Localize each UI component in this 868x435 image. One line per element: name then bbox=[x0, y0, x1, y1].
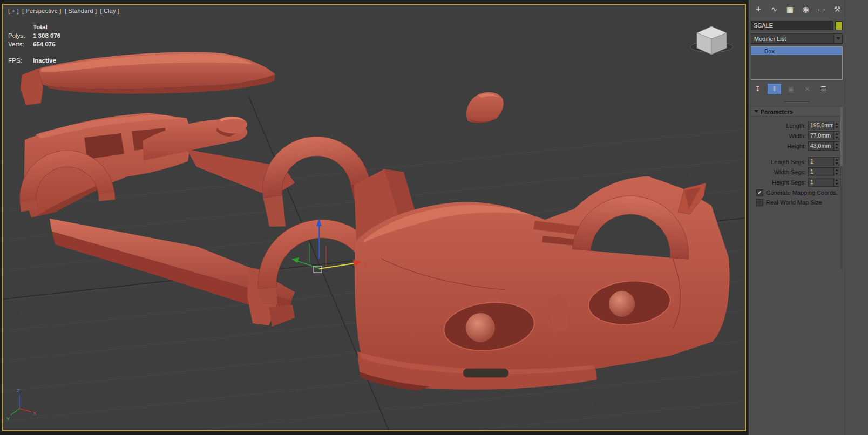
width-label: Width: bbox=[789, 133, 806, 139]
height-segs-field[interactable]: 1 bbox=[808, 178, 839, 187]
command-panel-tabs: + ∿ ▦ ◉ ▭ ⚒ bbox=[749, 0, 845, 17]
height-segs-label: Height Segs: bbox=[772, 179, 806, 186]
width-spinner[interactable] bbox=[833, 132, 839, 140]
length-label: Length: bbox=[786, 123, 806, 129]
mirror-fin-part[interactable] bbox=[466, 92, 504, 123]
utilities-tab-icon[interactable]: ⚒ bbox=[831, 3, 844, 16]
modifier-list-label: Modifier List bbox=[751, 36, 833, 42]
parameters-rollout-header[interactable]: Parameters bbox=[751, 106, 843, 117]
width-field[interactable]: 77,0mm bbox=[808, 131, 839, 140]
modifier-list-dropdown[interactable]: Modifier List bbox=[751, 33, 843, 44]
stats-polys-label: Polys: bbox=[8, 31, 33, 40]
viewport[interactable]: X Z Y X [ + ] [ bbox=[2, 4, 746, 431]
motion-tab-icon[interactable]: ◉ bbox=[799, 3, 812, 16]
parameters-rollout-body: Length: 195,0mm Width: 77,0mm Height: 43… bbox=[749, 117, 845, 208]
width-segs-spinner[interactable] bbox=[833, 168, 839, 176]
side-skirt-part[interactable] bbox=[50, 219, 295, 327]
length-segs-label: Length Segs: bbox=[771, 159, 806, 165]
height-segs-spinner[interactable] bbox=[833, 178, 839, 186]
stats-verts-value: 654 076 bbox=[33, 40, 56, 49]
dropdown-arrow-button[interactable] bbox=[833, 34, 842, 43]
rollout-collapse-icon bbox=[754, 110, 758, 113]
car-model[interactable] bbox=[15, 52, 730, 390]
viewport-menu-pov[interactable]: [ Perspective ] bbox=[22, 8, 62, 14]
command-panel: + ∿ ▦ ◉ ▭ ⚒ Modifier List Box ↧ ‖ ▣ ✕ ☰ bbox=[748, 0, 868, 435]
viewport-label: [ + ] [ Perspective ] [ Standard ] [ Cla… bbox=[8, 8, 121, 14]
statistics-overlay: Total Polys:1 308 076 Verts:654 076 FPS:… bbox=[8, 23, 60, 65]
generate-mapping-coords-checkbox[interactable]: ✔ bbox=[756, 189, 763, 196]
stats-fps-value: Inactive bbox=[33, 56, 56, 65]
configure-modifier-sets-icon[interactable]: ☰ bbox=[817, 84, 830, 94]
length-spinner[interactable] bbox=[833, 121, 839, 130]
generate-mapping-coords-label: Generate Mapping Coords. bbox=[766, 189, 838, 196]
width-segs-field[interactable]: 1 bbox=[808, 167, 839, 176]
remove-modifier-icon[interactable]: ✕ bbox=[801, 84, 814, 94]
object-name-input[interactable] bbox=[751, 21, 833, 30]
viewport-canvas[interactable]: X Z Y X bbox=[3, 5, 745, 430]
make-unique-icon[interactable]: ▣ bbox=[784, 84, 798, 94]
modifier-stack[interactable]: Box bbox=[751, 46, 843, 80]
length-field[interactable]: 195,0mm bbox=[808, 121, 839, 130]
stats-fps-label: FPS: bbox=[8, 56, 33, 65]
panel-seam bbox=[845, 0, 845, 435]
pin-stack-icon[interactable]: ↧ bbox=[751, 84, 764, 94]
hierarchy-tab-icon[interactable]: ▦ bbox=[783, 3, 796, 16]
tripod-x-label: X bbox=[33, 411, 36, 416]
tripod-z-label: Z bbox=[17, 388, 20, 393]
real-world-map-size-label: Real-World Map Size bbox=[766, 199, 822, 206]
create-tab-icon[interactable]: + bbox=[752, 3, 765, 16]
height-label: Height: bbox=[787, 143, 806, 149]
stats-verts-label: Verts: bbox=[8, 40, 33, 49]
modifier-stack-item-box[interactable]: Box bbox=[751, 47, 842, 55]
length-segs-field[interactable]: 1 bbox=[808, 157, 839, 166]
stats-polys-value: 1 308 076 bbox=[33, 31, 60, 40]
tripod-y-label: Y bbox=[6, 416, 10, 422]
display-tab-icon[interactable]: ▭ bbox=[815, 3, 828, 16]
width-segs-label: Width Segs: bbox=[774, 169, 806, 175]
object-color-swatch[interactable] bbox=[835, 21, 843, 30]
parameters-rollout-title: Parameters bbox=[761, 108, 793, 115]
panel-splitter-grip[interactable] bbox=[749, 100, 845, 103]
viewport-menu-render-preset[interactable]: [ Standard ] bbox=[65, 8, 97, 14]
viewport-menu-shading[interactable]: [ Clay ] bbox=[100, 8, 119, 14]
length-segs-spinner[interactable] bbox=[833, 158, 839, 166]
real-world-map-size-checkbox[interactable] bbox=[756, 199, 763, 206]
show-end-result-icon[interactable]: ‖ bbox=[767, 83, 782, 94]
viewport-menu-general[interactable]: [ + ] bbox=[8, 8, 19, 14]
gizmo-x-label: X bbox=[364, 262, 368, 268]
height-spinner[interactable] bbox=[833, 142, 839, 150]
height-field[interactable]: 43,0mm bbox=[808, 141, 839, 151]
object-name-row bbox=[751, 21, 843, 30]
viewcube[interactable] bbox=[689, 26, 734, 55]
modify-tab-icon[interactable]: ∿ bbox=[768, 3, 781, 16]
rollout-scrollbar[interactable] bbox=[840, 107, 843, 269]
modifier-stack-toolbar: ↧ ‖ ▣ ✕ ☰ bbox=[751, 83, 843, 94]
viewport-frame: X Z Y X [ + ] [ bbox=[0, 0, 748, 435]
chevron-down-icon bbox=[836, 37, 840, 40]
stats-total-header: Total bbox=[33, 23, 48, 31]
